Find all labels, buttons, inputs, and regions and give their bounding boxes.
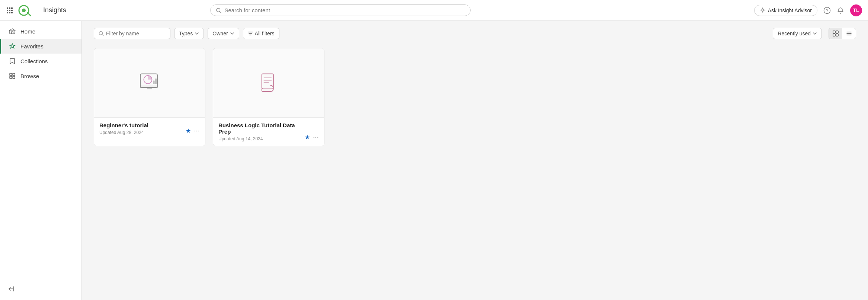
main-content: Favorites Types Owner All fil [82,0,868,155]
card-preview-2 [213,48,324,117]
search-input[interactable] [224,7,465,13]
avatar[interactable]: TL [850,4,862,16]
topnav: Insights Ask Insight Advisor ? [0,0,868,21]
svg-rect-17 [12,32,13,34]
filter-icon [248,31,253,36]
view-toggle [829,28,856,39]
svg-rect-37 [155,79,157,84]
card-meta-2: Updated Aug 14, 2024 [218,136,305,141]
grid-view-icon [833,31,839,36]
star-icon [9,42,16,50]
filter-bar: Types Owner All filters Recently used [94,28,856,39]
owner-label: Owner [212,31,228,36]
svg-rect-26 [836,31,838,33]
card-info-2: Business Logic Tutorial Data Prep Update… [218,122,305,141]
sidebar-browse-label: Browse [20,73,39,79]
sidebar-collections-label: Collections [20,58,48,64]
grid-view-button[interactable] [829,28,842,39]
svg-rect-1 [9,7,10,9]
list-view-button[interactable] [842,28,856,39]
app-icon-2 [257,71,281,95]
favorite-star-2[interactable]: ★ [305,134,310,141]
more-options-button-2[interactable]: ⋯ [313,134,319,141]
app-icon-1 [138,71,161,95]
chevron-down-icon [195,31,199,36]
card-beginners-tutorial[interactable]: Beginner's tutorial Updated Aug 28, 2024… [94,48,205,146]
nav-right: Ask Insight Advisor ? TL [754,4,862,16]
app-title: Insights [43,6,66,14]
sort-chevron-icon [813,31,817,36]
svg-rect-38 [262,74,273,89]
svg-rect-33 [140,86,157,87]
svg-rect-2 [11,7,13,9]
svg-rect-6 [7,12,8,13]
svg-rect-19 [13,73,15,76]
all-filters-label: All filters [255,31,275,36]
card-bottom-row-1: Beginner's tutorial Updated Aug 28, 2024… [99,122,200,135]
svg-rect-28 [836,34,838,36]
card-footer-1: Beginner's tutorial Updated Aug 28, 2024… [94,117,205,140]
sidebar: Home Favorites Collections Browse [0,21,82,155]
favorite-star-1[interactable]: ★ [186,127,191,134]
svg-rect-8 [11,12,13,13]
sidebar-home-label: Home [20,28,35,35]
filter-name-input[interactable] [106,31,166,36]
types-label: Types [179,31,193,36]
svg-rect-3 [7,10,8,11]
card-bottom-row-2: Business Logic Tutorial Data Prep Update… [218,122,319,141]
all-filters-button[interactable]: All filters [243,28,279,39]
sidebar-favorites-label: Favorites [20,43,44,50]
home-icon [9,28,16,35]
card-title-1: Beginner's tutorial [99,122,148,128]
filter-search-container [94,28,170,39]
search-bar[interactable] [210,4,471,16]
svg-point-10 [22,9,26,12]
svg-rect-20 [10,76,12,79]
list-view-icon [846,31,852,36]
svg-rect-21 [13,76,15,79]
svg-rect-25 [833,31,835,33]
svg-rect-0 [7,7,8,9]
svg-rect-27 [833,34,835,36]
svg-line-13 [220,11,221,13]
card-business-logic[interactable]: Business Logic Tutorial Data Prep Update… [213,48,324,146]
filter-search-icon [99,31,104,36]
search-icon [216,7,221,13]
sidebar-item-home[interactable]: Home [0,24,81,39]
grid-menu-button[interactable] [6,7,13,14]
svg-rect-16 [10,30,15,34]
svg-rect-18 [10,73,12,76]
types-filter-button[interactable]: Types [174,28,204,39]
bookmark-icon [9,57,16,65]
card-meta-1: Updated Aug 28, 2024 [99,130,148,135]
sidebar-item-favorites[interactable]: Favorites [0,39,81,54]
notifications-button[interactable] [837,7,844,14]
svg-line-11 [28,13,31,16]
card-footer-2: Business Logic Tutorial Data Prep Update… [213,117,324,146]
help-button[interactable]: ? [823,7,831,14]
svg-text:?: ? [826,8,828,13]
svg-rect-7 [9,12,10,13]
sort-label: Recently used [778,31,811,36]
ask-advisor-button[interactable]: Ask Insight Advisor [754,5,817,16]
sidebar-item-browse[interactable]: Browse [0,68,81,83]
card-title-2: Business Logic Tutorial Data Prep [218,122,305,135]
more-options-button-1[interactable]: ⋯ [194,127,200,134]
svg-rect-36 [153,80,155,84]
browse-icon [9,72,16,80]
card-info-1: Beginner's tutorial Updated Aug 28, 2024 [99,122,148,135]
svg-line-24 [102,35,104,36]
cards-grid: Beginner's tutorial Updated Aug 28, 2024… [94,48,856,146]
sparkle-icon [760,7,766,13]
sidebar-item-collections[interactable]: Collections [0,54,81,68]
card-preview-1 [94,48,205,117]
ask-advisor-label: Ask Insight Advisor [768,7,812,13]
owner-filter-button[interactable]: Owner [208,28,239,39]
nav-left: Insights [6,4,66,16]
qlik-logo[interactable] [18,4,37,16]
svg-rect-5 [11,10,13,11]
svg-rect-4 [9,10,10,11]
sort-dropdown-button[interactable]: Recently used [773,28,822,39]
chevron-down-icon-2 [230,31,234,36]
